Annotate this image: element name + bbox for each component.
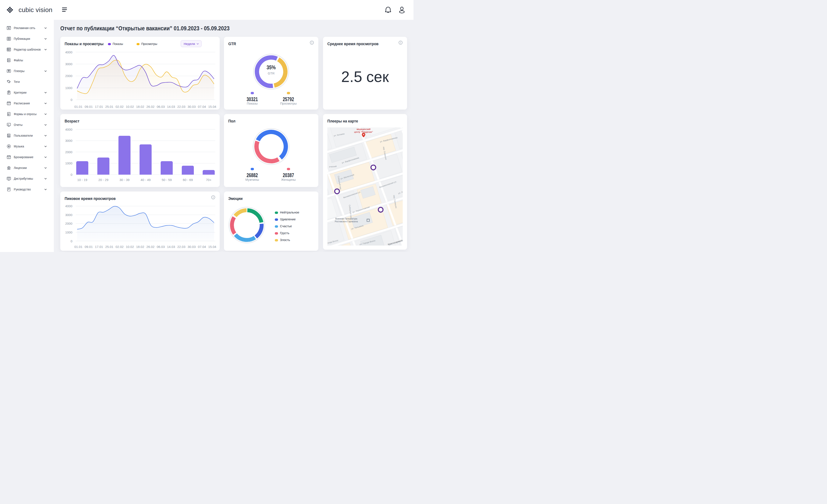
svg-text:06.03: 06.03	[157, 245, 165, 248]
svg-text:3000: 3000	[65, 62, 72, 66]
svg-text:14.03: 14.03	[167, 105, 175, 108]
svg-text:70+: 70+	[206, 178, 211, 182]
svg-text:22.03: 22.03	[177, 245, 185, 248]
svg-text:ический: ический	[329, 165, 337, 168]
svg-text:22.03: 22.03	[177, 105, 185, 108]
svg-text:14.03: 14.03	[167, 245, 175, 248]
svg-text:2000: 2000	[65, 150, 72, 154]
svg-text:31: 31	[8, 157, 10, 158]
svg-text:$: $	[8, 168, 9, 169]
svg-text:02.02: 02.02	[115, 245, 124, 248]
svg-text:09.01: 09.01	[85, 105, 93, 108]
svg-text:01.01: 01.01	[74, 245, 83, 248]
svg-text:15.04: 15.04	[208, 105, 216, 108]
svg-text:30 - 39: 30 - 39	[119, 178, 130, 182]
svg-text:4000: 4000	[65, 204, 72, 208]
svg-text:09.01: 09.01	[85, 245, 93, 248]
svg-text:07.04: 07.04	[198, 105, 206, 108]
svg-text:1000: 1000	[65, 230, 72, 234]
svg-text:06.03: 06.03	[157, 105, 165, 108]
svg-text:1000: 1000	[65, 161, 72, 165]
svg-text:4000: 4000	[65, 128, 72, 131]
svg-text:30.03: 30.03	[188, 105, 196, 108]
svg-text:медицинский: медицинский	[357, 128, 371, 130]
svg-text:2000: 2000	[65, 222, 72, 225]
svg-text:02.02: 02.02	[115, 105, 124, 108]
svg-text:07.04: 07.04	[198, 245, 206, 248]
svg-text:Ростовского Гарнизона: Ростовского Гарнизона	[335, 220, 358, 223]
svg-text:35%: 35%	[266, 64, 276, 70]
svg-text:26.02: 26.02	[146, 245, 155, 248]
svg-text:H: H	[363, 134, 364, 136]
svg-text:15.04: 15.04	[208, 245, 216, 248]
svg-text:30.03: 30.03	[188, 245, 196, 248]
svg-text:10.02: 10.02	[126, 245, 134, 248]
svg-text:GTR: GTR	[268, 71, 275, 75]
svg-text:1000: 1000	[65, 86, 72, 90]
svg-text:0: 0	[70, 98, 72, 102]
svg-text:3000: 3000	[65, 139, 72, 143]
svg-text:40 - 49: 40 - 49	[141, 178, 151, 182]
svg-text:25.01: 25.01	[105, 105, 113, 108]
svg-text:60 - 69: 60 - 69	[183, 178, 193, 182]
svg-text:0: 0	[70, 239, 72, 243]
svg-text:20 - 29: 20 - 29	[98, 178, 108, 182]
svg-text:0: 0	[70, 173, 72, 176]
svg-text:01.01: 01.01	[74, 105, 83, 108]
svg-text:17.01: 17.01	[95, 245, 103, 248]
svg-text:26.02: 26.02	[146, 105, 155, 108]
svg-text:10.02: 10.02	[126, 105, 134, 108]
svg-text:10 - 19: 10 - 19	[77, 178, 88, 182]
svg-text:18.02: 18.02	[136, 105, 144, 108]
svg-text:50 - 59: 50 - 59	[162, 178, 172, 182]
svg-text:17.01: 17.01	[95, 105, 103, 108]
svg-text:18.02: 18.02	[136, 245, 144, 248]
svg-text:25.01: 25.01	[105, 245, 113, 248]
svg-text:Военная Прокуратура: Военная Прокуратура	[335, 218, 357, 220]
svg-text:2000: 2000	[65, 74, 72, 78]
svg-text:4000: 4000	[65, 50, 72, 54]
svg-text:3000: 3000	[65, 213, 72, 217]
